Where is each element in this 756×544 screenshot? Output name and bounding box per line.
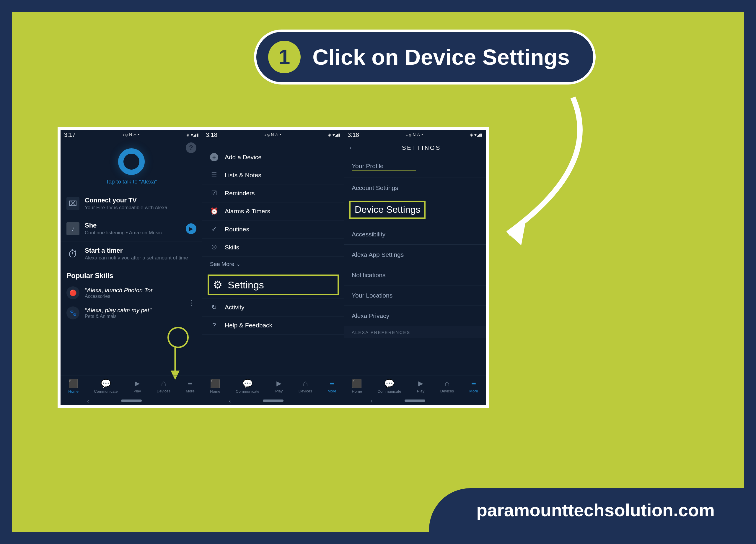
setting-account[interactable]: Account Settings [344,178,486,198]
see-more-toggle[interactable]: See More ⌄ [202,256,344,271]
instruction-callout: 1 Click on Device Settings [254,30,596,84]
status-bar: 3:18 ⭑ ⊗ N △ • ◈ ♥◢▮ [344,130,486,139]
status-right-icons: ◈ ♥◢▮ [328,132,340,137]
menu-help[interactable]: ?Help & Feedback [202,317,344,335]
card-title: Connect your TV [85,196,196,204]
devices-icon: ⌂ [444,379,449,388]
skill-icon: 🔴 [66,286,79,299]
curved-arrow [490,92,597,257]
callout-text: Click on Device Settings [312,44,570,70]
screen-settings: 3:18 ⭑ ⊗ N △ • ◈ ♥◢▮ ← SETTINGS Your Pro… [344,130,486,405]
skill-row[interactable]: 🔴 "Alexa, launch Photon Tor Accessories [61,283,202,303]
screen-more-menu: 3:18 ⭑ ⊗ N △ • ◈ ♥◢▮ + Add a Device ☰Lis… [202,130,344,405]
nav-devices[interactable]: ⌂Devices [440,379,454,394]
bottom-nav: ⬛Home 💬Communicate ►Play ⌂Devices ≡More [202,376,344,397]
setting-privacy[interactable]: Alexa Privacy [344,306,486,326]
skill-category: Accessories [85,294,153,299]
settings-header: ← SETTINGS [344,139,486,156]
nav-more[interactable]: ≡More [469,379,478,394]
status-icons: ⭑ ⊗ N △ • [264,132,281,137]
card-subtitle: Alexa can notify you after a set amount … [85,255,196,261]
popular-skills-heading: Popular Skills [61,266,202,283]
skill-quote: "Alexa, play calm my pet" [85,307,151,314]
card-subtitle: Continue listening • Amazon Music [85,230,180,236]
hamburger-icon: ≡ [330,379,334,388]
album-art-icon: ♪ [66,222,79,235]
tap-to-talk-label[interactable]: Tap to talk to "Alexa" [61,178,202,185]
status-time: 3:17 [64,131,76,138]
hamburger-icon: ≡ [471,379,476,388]
music-card[interactable]: ♪ She Continue listening • Amazon Music … [61,216,202,241]
chat-icon: 💬 [101,379,111,389]
android-sys-nav: ‹ [61,397,202,405]
android-sys-nav: ‹ [344,397,486,405]
skills-icon: ☉ [210,243,218,251]
tv-icon: ⌧ [66,197,79,210]
home-icon: ⬛ [352,379,362,389]
setting-accessibility[interactable]: Accessibility [344,224,486,245]
play-icon[interactable]: ▶ [186,223,196,234]
screen-home: 3:17 ⭑ ⊗ N △ • ◈ ♥◢▮ ? Tap to talk to "A… [61,130,202,405]
menu-reminders[interactable]: ☑Reminders [202,184,344,202]
help-icon[interactable]: ? [186,142,196,153]
more-options-icon[interactable]: ⋮ [188,299,195,308]
footer-url: paramounttechsolution.com [429,488,744,532]
nav-communicate[interactable]: 💬Communicate [377,379,401,394]
timer-card[interactable]: ⏱ Start a timer Alexa can notify you aft… [61,241,202,266]
bottom-nav: ⬛Home 💬Communicate ►Play ⌂Devices ≡More [344,376,486,397]
nav-play[interactable]: ►Play [275,379,283,394]
nav-devices[interactable]: ⌂Devices [157,379,170,394]
setting-app-settings[interactable]: Alexa App Settings [344,245,486,265]
status-icons: ⭑ ⊗ N △ • [123,132,140,137]
menu-settings-highlighted[interactable]: ⚙ Settings [208,275,339,295]
devices-icon: ⌂ [303,379,308,388]
activity-icon: ↻ [210,303,218,312]
step-number-badge: 1 [268,41,301,73]
nav-more[interactable]: ≡More [328,379,336,394]
skill-quote: "Alexa, launch Photon Tor [85,287,153,294]
setting-your-profile[interactable]: Your Profile [344,156,486,178]
alarm-icon: ⏰ [210,207,218,215]
slide-canvas: 1 Click on Device Settings 3:17 ⭑ ⊗ N △ … [12,12,744,532]
nav-home[interactable]: ⬛Home [210,379,220,394]
nav-play[interactable]: ►Play [133,379,141,394]
menu-skills[interactable]: ☉Skills [202,238,344,256]
setting-notifications[interactable]: Notifications [344,265,486,286]
menu-lists[interactable]: ☰Lists & Notes [202,166,344,184]
status-right-icons: ◈ ♥◢▮ [470,132,482,137]
play-circle-icon: ► [275,379,283,388]
alexa-voice-button[interactable] [118,148,145,175]
menu-routines[interactable]: ✓Routines [202,220,344,238]
nav-communicate[interactable]: 💬Communicate [94,379,118,394]
stopwatch-icon: ⏱ [66,247,79,260]
setting-device-settings-highlighted[interactable]: Device Settings [349,201,426,219]
card-subtitle: Your Fire TV is compatible with Alexa [85,205,196,211]
menu-activity[interactable]: ↻Activity [202,298,344,317]
setting-locations[interactable]: Your Locations [344,286,486,306]
nav-play[interactable]: ►Play [417,379,425,394]
play-circle-icon: ► [133,379,141,388]
status-bar: 3:17 ⭑ ⊗ N △ • ◈ ♥◢▮ [61,130,202,139]
hamburger-icon: ≡ [188,379,193,388]
highlight-circle-more [167,327,189,348]
nav-devices[interactable]: ⌂Devices [299,379,312,394]
skill-category: Pets & Animals [85,314,151,319]
settings-title: SETTINGS [402,144,441,151]
menu-alarms[interactable]: ⏰Alarms & Timers [202,202,344,220]
card-title: Start a timer [85,247,196,254]
connect-tv-card[interactable]: ⌧ Connect your TV Your Fire TV is compat… [61,191,202,216]
back-arrow-icon[interactable]: ← [348,144,355,152]
nav-communicate[interactable]: 💬Communicate [236,379,259,394]
skill-row[interactable]: 🐾 "Alexa, play calm my pet" Pets & Anima… [61,303,202,323]
menu-add-device[interactable]: + Add a Device [202,148,344,166]
nav-home[interactable]: ⬛Home [352,379,362,394]
routines-icon: ✓ [210,225,218,233]
nav-home[interactable]: ⬛Home [68,379,79,394]
home-icon: ⬛ [68,379,79,389]
card-title: She [85,221,180,229]
nav-more[interactable]: ≡More [186,379,195,394]
play-circle-icon: ► [417,379,425,388]
status-bar: 3:18 ⭑ ⊗ N △ • ◈ ♥◢▮ [202,130,344,139]
devices-icon: ⌂ [161,379,166,388]
android-sys-nav: ‹ [202,397,344,405]
